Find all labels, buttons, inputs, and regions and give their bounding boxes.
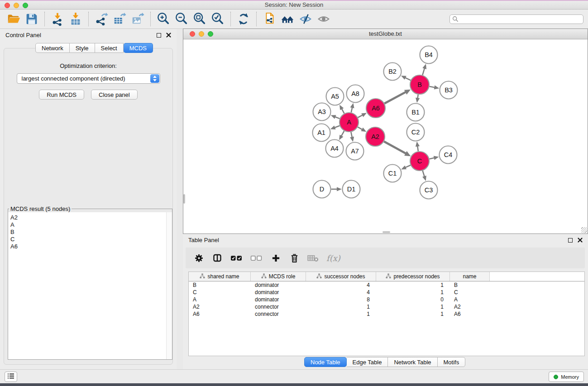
close-panel-button[interactable]: Close panel [91, 90, 138, 100]
table-cell[interactable]: connector [251, 303, 306, 310]
table-cell[interactable]: A [450, 296, 490, 303]
import-network-button[interactable] [48, 10, 67, 28]
table-cell[interactable]: B [189, 281, 251, 289]
table-cell[interactable]: A6 [189, 310, 251, 318]
network-minimize-button[interactable] [199, 31, 204, 37]
column-header-name[interactable]: name [450, 272, 490, 281]
network-zoom-button[interactable] [208, 31, 213, 37]
memory-button[interactable]: Memory [549, 372, 584, 382]
show-graphics-details-button[interactable] [315, 10, 333, 28]
table-cell[interactable]: 4 [306, 289, 376, 296]
import-table-button[interactable] [67, 10, 85, 28]
close-panel-icon[interactable] [166, 33, 171, 38]
edge-A6-B[interactable] [384, 92, 406, 104]
table-cell[interactable]: B [450, 281, 490, 289]
delete-table-button[interactable] [307, 251, 319, 265]
deselect-all-rows-button[interactable] [250, 251, 263, 265]
network-close-button[interactable] [190, 31, 195, 37]
column-header-successor-nodes[interactable]: successor nodes [306, 272, 376, 281]
network-horizontal-scroll-thumb[interactable] [382, 231, 390, 233]
task-history-button[interactable] [5, 372, 17, 382]
tab-mcds[interactable]: MCDS [124, 43, 153, 53]
save-session-button[interactable] [23, 10, 41, 28]
table-cell[interactable]: 1 [306, 310, 376, 318]
table-cell[interactable]: 0 [376, 296, 450, 303]
edge-C-C1[interactable] [405, 165, 411, 168]
table-cell[interactable]: A2 [450, 303, 490, 310]
optimization-criterion-select[interactable]: largest connected component (directed) [17, 73, 160, 84]
float-table-panel-icon[interactable] [568, 238, 573, 243]
zoom-fit-button[interactable] [191, 10, 209, 28]
tab-motifs[interactable]: Motifs [438, 357, 466, 367]
tab-edge-table[interactable]: Edge Table [347, 357, 388, 367]
table-cell[interactable]: A6 [450, 310, 490, 318]
table-settings-button[interactable] [193, 251, 204, 265]
home-view-button[interactable] [278, 10, 296, 28]
table-cell[interactable]: 1 [376, 310, 450, 318]
function-builder-button[interactable]: f(x) [326, 251, 340, 265]
network-canvas[interactable]: AA1A2A3A4A5A6A7A8BB1B2B3B4CC1C2C3C4DD1 [183, 39, 588, 234]
tab-network-table[interactable]: Network Table [388, 357, 437, 367]
network-vertical-scroll-thumb[interactable] [183, 194, 185, 204]
table-cell[interactable]: C [189, 289, 251, 296]
resize-grip[interactable] [581, 227, 587, 233]
close-window-button[interactable] [5, 3, 10, 8]
table-cell[interactable]: 1 [306, 303, 376, 310]
tab-node-table[interactable]: Node Table [304, 357, 347, 367]
refresh-layout-button[interactable] [234, 10, 253, 28]
float-panel-icon[interactable] [157, 33, 161, 38]
search-input[interactable] [449, 14, 583, 24]
table-row[interactable]: Adominator80A [189, 296, 584, 303]
table-cell[interactable]: connector [251, 310, 306, 318]
table-cell[interactable]: dominator [251, 296, 306, 303]
zoom-out-button[interactable] [172, 10, 191, 28]
add-column-button[interactable] [270, 251, 281, 265]
open-file-button[interactable] [5, 10, 23, 28]
table-cell[interactable]: 1 [376, 289, 450, 296]
table-cell[interactable]: 1 [376, 281, 450, 289]
network-view-titlebar[interactable]: testGlobe.txt [183, 29, 588, 39]
export-network-button[interactable] [92, 10, 110, 28]
zoom-selected-button[interactable] [209, 10, 227, 28]
minimize-window-button[interactable] [14, 3, 19, 8]
table-row[interactable]: Bdominator41B [189, 281, 584, 289]
export-image-button[interactable] [129, 10, 147, 28]
table-row[interactable]: A2connector11A2 [189, 303, 584, 310]
mcds-result-list-box[interactable]: A2ABCA6 [8, 212, 172, 359]
mcds-result-item[interactable]: A [8, 221, 172, 229]
mcds-result-item[interactable]: A6 [8, 243, 172, 250]
new-network-from-file-button[interactable] [260, 10, 278, 28]
column-header-shared-name[interactable]: shared name [189, 272, 251, 281]
tab-select[interactable]: Select [95, 43, 124, 53]
zoom-window-button[interactable] [23, 3, 28, 8]
delete-column-button[interactable] [289, 251, 300, 265]
table-cell[interactable]: 4 [306, 281, 376, 289]
column-layout-button[interactable] [212, 251, 223, 265]
result-scrollbar[interactable] [166, 212, 172, 359]
mcds-result-item[interactable]: A2 [8, 214, 172, 221]
edge-A-A4[interactable] [341, 131, 344, 136]
mcds-result-item[interactable]: C [8, 236, 172, 243]
close-table-panel-icon[interactable] [578, 238, 583, 243]
tab-network[interactable]: Network [35, 43, 70, 53]
export-table-button[interactable] [110, 10, 129, 28]
table-cell[interactable]: A2 [189, 303, 251, 310]
table-row[interactable]: A6connector11A6 [189, 310, 584, 318]
table-cell[interactable]: dominator [251, 289, 306, 296]
tab-style[interactable]: Style [70, 43, 95, 53]
mcds-result-item[interactable]: B [8, 229, 172, 236]
table-cell[interactable]: 8 [306, 296, 376, 303]
edge-C-C3[interactable] [423, 171, 425, 177]
column-header-predecessor-nodes[interactable]: predecessor nodes [376, 272, 450, 281]
table-cell[interactable]: A [189, 296, 251, 303]
zoom-in-button[interactable] [154, 10, 172, 28]
column-header-mcds-role[interactable]: MCDS role [251, 272, 306, 281]
table-row[interactable]: Cdominator41C [189, 289, 584, 296]
run-mcds-button[interactable]: Run MCDS [39, 90, 84, 100]
table-cell[interactable]: 1 [376, 303, 450, 310]
table-cell[interactable]: C [450, 289, 490, 296]
hide-graphics-details-button[interactable] [296, 10, 315, 28]
select-all-rows-button[interactable] [230, 251, 243, 265]
edge-A2-C[interactable] [384, 142, 406, 154]
table-cell[interactable]: dominator [251, 281, 306, 289]
